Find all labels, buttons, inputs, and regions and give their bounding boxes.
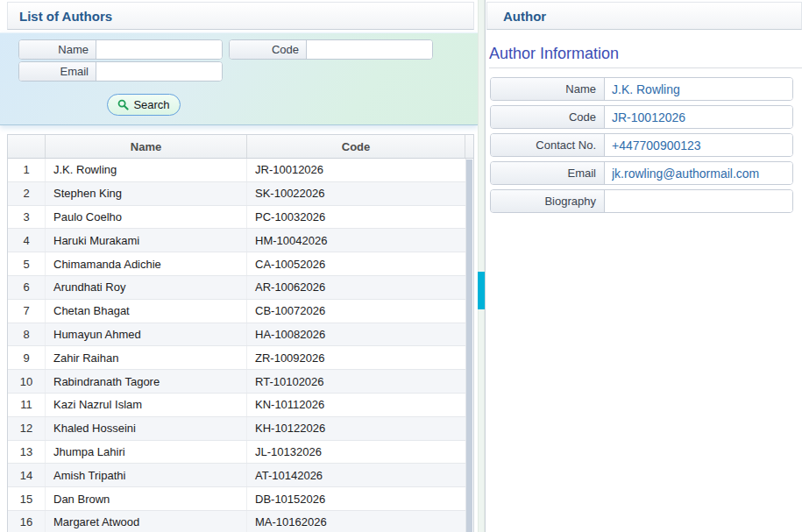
author-name-cell: Kazi Nazrul Islam: [46, 394, 247, 416]
author-email-field: Email: [490, 161, 793, 185]
author-table-row[interactable]: 11 Kazi Nazrul Islam KN-10112026: [8, 394, 473, 417]
author-name-input[interactable]: [605, 78, 792, 100]
author-email-label: Email: [491, 162, 605, 184]
search-code-input[interactable]: [307, 40, 432, 59]
author-code-cell: HA-10082026: [247, 323, 473, 346]
row-number-cell: 16: [8, 511, 46, 532]
author-panel-title: Author: [503, 9, 546, 24]
search-code-field: Code: [229, 39, 433, 60]
author-name-cell: Paulo Coelho: [46, 206, 247, 229]
author-name-cell: Zahir Raihan: [46, 346, 247, 369]
author-code-cell: CB-10072026: [247, 300, 473, 323]
author-search-panel: Name Code Email Search: [0, 32, 478, 125]
author-name-cell: Stephen King: [46, 182, 247, 205]
author-table-row[interactable]: 7 Chetan Bhagat CB-10072026: [8, 300, 473, 323]
author-panel-header: Author: [486, 2, 802, 30]
row-number-cell: 7: [8, 300, 46, 323]
author-table-row[interactable]: 15 Dan Brown DB-10152026: [8, 487, 473, 511]
author-name-cell: Chetan Bhagat: [46, 300, 247, 323]
scrollbar-header-spacer: [465, 135, 473, 158]
author-name-cell: Haruki Murakami: [46, 229, 247, 252]
search-button[interactable]: Search: [107, 94, 181, 116]
author-code-cell: KH-10122026: [247, 417, 473, 440]
author-table-row[interactable]: 12 Khaled Hosseini KH-10122026: [8, 417, 473, 441]
row-number-cell: 12: [8, 417, 46, 440]
author-biography-field: Biography: [490, 189, 793, 213]
authors-table-header: Name Code: [8, 135, 473, 159]
author-code-field: Code: [490, 105, 793, 129]
row-number-cell: 15: [8, 487, 46, 510]
author-table-row[interactable]: 5 Chimamanda Adichie CA-10052026: [8, 252, 473, 276]
author-code-cell: CA-10052026: [247, 252, 473, 275]
author-code-cell: DB-10152026: [247, 487, 473, 510]
author-code-input[interactable]: [605, 106, 792, 128]
row-number-cell: 10: [8, 370, 46, 393]
author-contact-field: Contact No.: [490, 133, 793, 157]
row-number-cell: 4: [8, 229, 46, 252]
search-name-input[interactable]: [96, 40, 222, 59]
search-email-input[interactable]: [96, 62, 222, 81]
column-header-index: [8, 135, 46, 158]
authors-panel-header: List of Authors: [7, 2, 474, 30]
author-name-cell: Amish Tripathi: [46, 464, 247, 486]
author-table-row[interactable]: 16 Margaret Atwood MA-10162026: [8, 511, 473, 532]
author-detail-pane: Author Author Information Name Code Cont…: [485, 0, 802, 532]
panel-splitter-handle[interactable]: [478, 272, 485, 309]
author-contact-input[interactable]: [605, 134, 792, 156]
author-name-cell: Arundhati Roy: [46, 276, 247, 299]
author-name-cell: Margaret Atwood: [46, 511, 247, 532]
authors-app-window: List of Authors Name Code Email: [0, 0, 802, 532]
author-code-cell: ZR-10092026: [247, 346, 473, 369]
author-table-row[interactable]: 13 Jhumpa Lahiri JL-10132026: [8, 441, 473, 465]
search-name-label: Name: [19, 40, 96, 59]
author-information-form: Name Code Contact No. Email Biography: [490, 77, 793, 217]
search-code-label: Code: [230, 40, 307, 59]
row-number-cell: 8: [8, 323, 46, 346]
author-table-row[interactable]: 14 Amish Tripathi AT-10142026: [8, 464, 473, 487]
row-number-cell: 14: [8, 464, 46, 486]
author-email-input[interactable]: [605, 162, 792, 184]
author-code-label: Code: [491, 106, 605, 128]
author-name-cell: Khaled Hosseini: [46, 417, 247, 440]
row-number-cell: 6: [8, 276, 46, 299]
row-number-cell: 5: [8, 252, 46, 275]
author-biography-label: Biography: [491, 190, 605, 212]
row-number-cell: 2: [8, 182, 46, 205]
author-name-cell: Chimamanda Adichie: [46, 252, 247, 275]
column-header-name[interactable]: Name: [46, 135, 247, 158]
row-number-cell: 1: [8, 159, 46, 181]
author-table-row[interactable]: 1 J.K. Rowling JR-10012026: [8, 159, 473, 182]
panel-splitter-track: [478, 0, 485, 532]
row-number-cell: 13: [8, 441, 46, 464]
author-table-row[interactable]: 6 Arundhati Roy AR-10062026: [8, 276, 473, 300]
author-table-row[interactable]: 9 Zahir Raihan ZR-10092026: [8, 346, 473, 370]
row-number-cell: 9: [8, 346, 46, 369]
author-code-cell: SK-10022026: [247, 182, 473, 205]
author-code-cell: RT-10102026: [247, 370, 473, 393]
authors-table-body: 1 J.K. Rowling JR-10012026 2 Stephen Kin…: [8, 159, 473, 532]
magnifier-icon: [117, 99, 129, 110]
author-code-cell: AR-10062026: [247, 276, 473, 299]
author-name-cell: Rabindranath Tagore: [46, 370, 247, 393]
authors-list-pane: List of Authors Name Code Email: [0, 0, 478, 532]
search-email-field: Email: [18, 61, 223, 82]
search-name-field: Name: [18, 39, 223, 60]
authors-panel-title: List of Authors: [19, 9, 112, 24]
author-table-row[interactable]: 2 Stephen King SK-10022026: [8, 182, 473, 206]
author-information-title: Author Information: [489, 45, 619, 63]
author-code-cell: PC-10032026: [247, 206, 473, 229]
author-biography-input[interactable]: [605, 190, 792, 212]
author-table-row[interactable]: 10 Rabindranath Tagore RT-10102026: [8, 370, 473, 394]
author-table-row[interactable]: 4 Haruki Murakami HM-10042026: [8, 229, 473, 252]
author-code-cell: AT-10142026: [247, 464, 473, 486]
author-code-cell: HM-10042026: [247, 229, 473, 252]
author-name-label: Name: [491, 78, 605, 100]
column-header-code[interactable]: Code: [247, 135, 465, 158]
author-table-row[interactable]: 8 Humayun Ahmed HA-10082026: [8, 323, 473, 347]
search-email-label: Email: [19, 62, 96, 81]
table-scrollbar-thumb[interactable]: [466, 160, 472, 532]
author-code-cell: JL-10132026: [247, 441, 473, 464]
author-code-cell: JR-10012026: [247, 159, 473, 181]
author-name-cell: J.K. Rowling: [46, 159, 247, 181]
author-table-row[interactable]: 3 Paulo Coelho PC-10032026: [8, 206, 473, 230]
